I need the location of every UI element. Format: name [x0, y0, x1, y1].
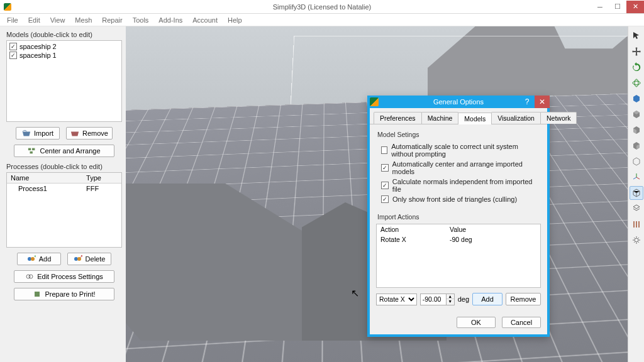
checkbox-icon[interactable] — [9, 52, 17, 59]
view-cube-side[interactable] — [630, 139, 643, 153]
gear-icon — [25, 273, 34, 280]
rotate-view-tool[interactable] — [630, 60, 643, 74]
delete-process-button[interactable]: × Delete — [67, 253, 111, 265]
general-options-dialog: General Options ? ✕ Preferences Machine … — [367, 96, 550, 337]
app-icon — [0, 3, 15, 11]
svg-text:×: × — [80, 255, 82, 260]
menu-bar: File Edit View Mesh Repair Tools Add-Ins… — [0, 14, 644, 26]
axis-tool[interactable] — [630, 170, 643, 184]
col-action: Action — [377, 224, 446, 234]
checkbox-icon[interactable] — [381, 146, 387, 154]
checkbox-icon[interactable] — [9, 43, 17, 50]
processes-heading: Processes (double-click to edit) — [6, 163, 122, 170]
unit-label: deg — [458, 295, 469, 303]
col-name[interactable]: Name — [7, 173, 82, 184]
import-button[interactable]: Import — [16, 127, 60, 140]
minimize-button[interactable]: ─ — [591, 1, 609, 13]
import-action-row[interactable]: Rotate X -90 deg — [377, 234, 540, 244]
model-label: spaceship 2 — [19, 43, 57, 50]
view-cube-top[interactable] — [630, 123, 643, 137]
prepare-print-button[interactable]: Prepare to Print! — [14, 288, 114, 300]
center-icon — [28, 147, 36, 155]
import-actions-table[interactable]: Action Value Rotate X -90 deg — [376, 224, 541, 288]
remove-action-button[interactable]: Remove — [506, 293, 541, 305]
maximize-button[interactable]: ☐ — [609, 1, 626, 13]
add-process-button[interactable]: + Add — [17, 253, 61, 265]
model-item[interactable]: spaceship 1 — [8, 51, 120, 60]
dialog-titlebar[interactable]: General Options ? ✕ — [367, 96, 550, 108]
title-bar: Simplify3D (Licensed to Natalie) ─ ☐ ✕ — [0, 0, 644, 14]
svg-point-10 — [29, 275, 33, 278]
opt-culling[interactable]: Only show front side of triangles (culli… — [376, 194, 541, 204]
menu-repair[interactable]: Repair — [97, 15, 126, 25]
spin-up-icon[interactable]: ▲ — [447, 294, 454, 300]
close-button[interactable]: ✕ — [626, 1, 644, 13]
right-toolbar — [628, 26, 644, 362]
opt-normals[interactable]: Calculate normals independent from impor… — [376, 177, 541, 194]
delete-icon: × — [74, 255, 82, 263]
opt-autocenter[interactable]: Automatically center and arrange importe… — [376, 159, 541, 177]
remove-icon — [70, 129, 79, 137]
import-actions-group: Import Actions — [377, 213, 541, 221]
menu-file[interactable]: File — [3, 15, 23, 25]
menu-account[interactable]: Account — [188, 15, 222, 25]
section-tool[interactable] — [630, 202, 643, 216]
models-list[interactable]: spaceship 2 spaceship 1 — [6, 40, 122, 122]
menu-edit[interactable]: Edit — [24, 15, 45, 25]
opt-autoscale[interactable]: Automatically scale to correct unit syst… — [376, 141, 541, 159]
ok-button[interactable]: OK — [457, 317, 496, 328]
menu-mesh[interactable]: Mesh — [70, 15, 96, 25]
view-cube-iso[interactable] — [630, 155, 643, 168]
svg-rect-1 — [32, 148, 35, 151]
menu-help[interactable]: Help — [223, 15, 247, 25]
settings-tool[interactable] — [630, 233, 643, 247]
dialog-title: General Options — [367, 98, 550, 106]
checkbox-icon[interactable] — [381, 182, 389, 189]
models-heading: Models (double-click to edit) — [6, 31, 122, 38]
checkbox-icon[interactable] — [381, 164, 389, 172]
remove-button[interactable]: Remove — [66, 127, 113, 140]
col-value: Value — [446, 224, 470, 234]
tab-network[interactable]: Network — [540, 112, 577, 124]
action-value-spinner[interactable]: ▲▼ — [420, 293, 455, 305]
add-action-button[interactable]: Add — [472, 293, 502, 305]
svg-point-12 — [633, 81, 640, 85]
window-title: Simplify3D (Licensed to Natalie) — [0, 3, 644, 11]
models-panel: Models (double-click to edit) spaceship … — [6, 30, 122, 157]
model-label: spaceship 1 — [19, 52, 57, 59]
menu-view[interactable]: View — [46, 15, 70, 25]
action-select[interactable]: Rotate X — [376, 293, 417, 305]
action-value-input[interactable] — [420, 293, 447, 305]
edit-process-button[interactable]: Edit Process Settings — [14, 270, 114, 283]
svg-rect-0 — [28, 148, 31, 151]
menu-addins[interactable]: Add-Ins — [154, 15, 187, 25]
orbit-tool[interactable] — [630, 76, 643, 90]
checkbox-icon[interactable] — [381, 195, 389, 203]
svg-text:+: + — [34, 255, 36, 260]
view-cube-front[interactable] — [630, 107, 643, 121]
move-tool[interactable] — [630, 45, 643, 58]
tab-preferences[interactable]: Preferences — [374, 112, 422, 124]
view-cube-blue[interactable] — [630, 92, 643, 106]
support-tool[interactable] — [630, 217, 643, 231]
center-arrange-button[interactable]: Center and Arrange — [14, 145, 114, 157]
left-sidebar: Models (double-click to edit) spaceship … — [0, 26, 126, 362]
tab-machine[interactable]: Machine — [421, 112, 459, 124]
cancel-button[interactable]: Cancel — [502, 317, 541, 328]
processes-table[interactable]: Name Type Process1 FFF — [6, 172, 122, 248]
tab-visualization[interactable]: Visualization — [491, 112, 541, 124]
process-row[interactable]: Process1 FFF — [7, 184, 121, 194]
menu-tools[interactable]: Tools — [128, 15, 153, 25]
svg-point-14 — [635, 238, 638, 242]
model-item[interactable]: spaceship 2 — [8, 42, 120, 51]
select-tool[interactable] — [630, 29, 643, 43]
svg-rect-2 — [30, 151, 33, 154]
col-type[interactable]: Type — [82, 173, 121, 184]
svg-point-13 — [635, 79, 638, 87]
spin-down-icon[interactable]: ▼ — [447, 299, 454, 305]
add-icon: + — [27, 255, 36, 263]
viewport-3d[interactable]: General Options ? ✕ Preferences Machine … — [126, 26, 628, 362]
wireframe-tool[interactable] — [630, 186, 643, 200]
tab-models[interactable]: Models — [458, 112, 492, 124]
processes-panel: Processes (double-click to edit) Name Ty… — [6, 162, 122, 300]
